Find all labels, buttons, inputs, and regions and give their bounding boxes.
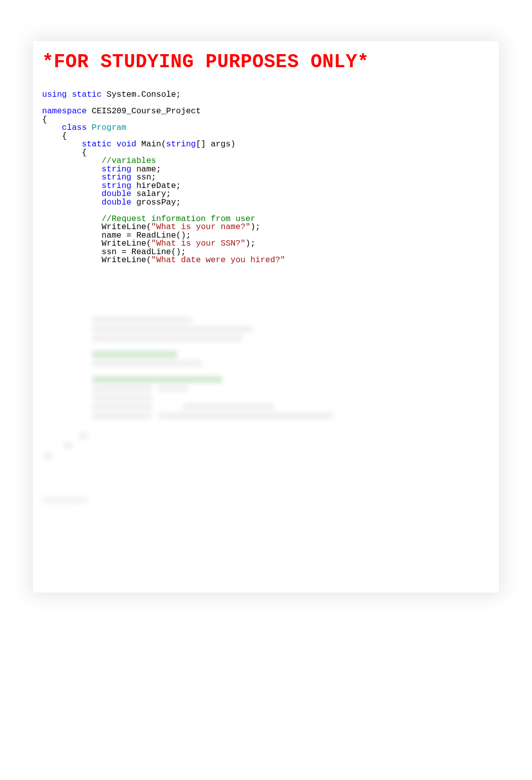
code-block: using static System.Console; namespace C…	[42, 91, 490, 265]
string-literal: "What date were you hired?"	[151, 255, 285, 265]
keyword-double: double	[102, 198, 131, 207]
namespace-name: CEIS209_Course_Project	[87, 106, 201, 116]
text: System.Console;	[102, 90, 181, 99]
redacted-region	[92, 326, 252, 333]
redacted-region	[92, 317, 192, 324]
page-fade	[33, 462, 499, 593]
keyword-void: void	[117, 139, 137, 149]
redacted-region	[92, 412, 152, 419]
text: [] args)	[196, 139, 235, 149]
text: );	[250, 222, 260, 232]
type-name: Program	[87, 123, 126, 132]
redacted-region	[78, 432, 88, 439]
brace: {	[42, 115, 47, 124]
redacted-region	[92, 394, 152, 401]
redacted-region	[92, 403, 152, 410]
text: Main(	[136, 139, 166, 149]
text: grossPay;	[131, 198, 181, 207]
keyword-namespace: namespace	[42, 106, 87, 116]
document-page: *FOR STUDYING PURPOSES ONLY* using stati…	[33, 41, 499, 593]
redacted-region	[158, 385, 188, 392]
page-title: *FOR STUDYING PURPOSES ONLY*	[42, 51, 490, 73]
redacted-region	[183, 403, 274, 410]
brace: {	[82, 148, 87, 157]
redacted-region	[43, 496, 88, 504]
keyword-string: string	[166, 139, 196, 149]
redacted-region	[92, 351, 177, 358]
redacted-region	[92, 376, 222, 383]
keyword-using: using	[42, 90, 67, 99]
redacted-region	[92, 335, 242, 342]
text: );	[245, 239, 255, 248]
keyword-static: static	[72, 90, 101, 99]
redacted-region	[44, 452, 53, 459]
redacted-region	[158, 412, 334, 419]
brace: {	[62, 131, 67, 141]
text: WriteLine(	[102, 255, 151, 265]
redacted-region	[92, 360, 202, 367]
redacted-region	[92, 385, 152, 392]
redacted-region	[63, 442, 73, 449]
